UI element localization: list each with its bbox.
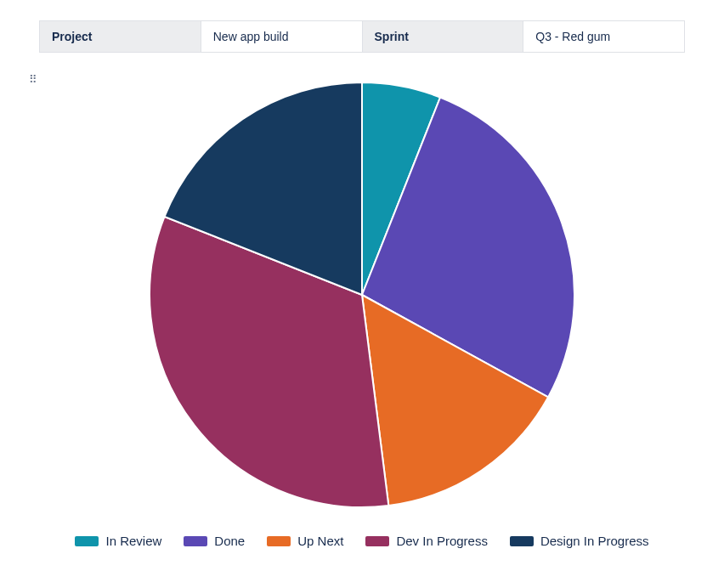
legend-label: Dev In Progress (396, 534, 488, 548)
drag-handle-icon[interactable]: ⠿ (29, 73, 37, 86)
legend-swatch (75, 536, 99, 546)
project-label-cell: Project (40, 21, 201, 53)
legend-swatch (184, 536, 207, 546)
legend-item[interactable]: Design In Progress (506, 532, 653, 550)
chart-container: ⠿ In ReviewDoneUp NextDev In ProgressDes… (0, 70, 724, 550)
legend-item[interactable]: Up Next (263, 532, 347, 550)
legend-label: Up Next (297, 534, 343, 548)
legend-label: In Review (105, 534, 161, 548)
legend-label: Done (214, 534, 245, 548)
filter-table: Project New app build Sprint Q3 - Red gu… (39, 20, 685, 53)
legend-item[interactable]: Dev In Progress (362, 532, 491, 550)
legend-item[interactable]: In Review (71, 532, 165, 550)
project-value-cell[interactable]: New app build (201, 21, 362, 53)
legend-label: Design In Progress (540, 534, 649, 548)
sprint-label-cell: Sprint (362, 21, 523, 53)
sprint-value-cell[interactable]: Q3 - Red gum (523, 21, 685, 53)
legend-item[interactable]: Done (180, 532, 248, 550)
legend: In ReviewDoneUp NextDev In ProgressDesig… (65, 532, 659, 550)
pie-chart (137, 70, 587, 520)
legend-swatch (510, 536, 534, 546)
legend-swatch (267, 536, 291, 546)
legend-swatch (365, 536, 389, 546)
